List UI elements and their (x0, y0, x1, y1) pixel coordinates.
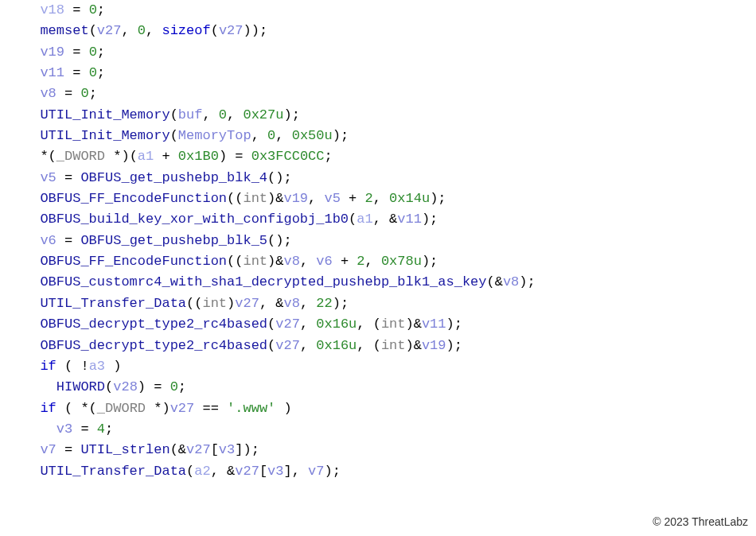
code-token (24, 65, 40, 80)
code-token: , (365, 254, 381, 269)
code-token: sizeof (162, 23, 210, 38)
code-token: OBFUS_build_key_xor_with_configobj_1b0 (40, 212, 349, 227)
code-token: v3 (57, 421, 72, 437)
code-token: , (251, 128, 267, 143)
code-token: memset (40, 23, 88, 38)
code-token: 0x50u (292, 128, 333, 143)
code-token: OBFUS_FF_EncodeFunction (40, 191, 227, 206)
code-token: UTIL_Transfer_Data (40, 464, 186, 479)
code-token: v27 (235, 464, 259, 479)
code-token: 0x3FCC0CC (251, 149, 325, 164)
decompiler-code-view: v18 = 0; memset(v27, 0, sizeof(v27)); v1… (0, 0, 756, 482)
code-token: , (300, 338, 316, 353)
code-token: int (381, 317, 406, 332)
code-token: *( (24, 149, 57, 164)
code-token: ( (267, 317, 275, 332)
code-token: )( (121, 149, 137, 164)
code-token: 0 (89, 45, 97, 60)
code-token: 2 (365, 191, 373, 206)
code-token: , (300, 317, 316, 332)
code-line: v8 = 0; (24, 84, 756, 104)
code-token: a2 (194, 464, 210, 479)
code-token: * (154, 401, 162, 416)
code-token: 0 (138, 23, 146, 38)
code-token: ( (211, 23, 219, 38)
code-token: ); (422, 254, 438, 269)
code-token: a3 (89, 359, 105, 374)
code-token (24, 86, 40, 101)
code-token: 0 (80, 86, 88, 101)
code-token: a1 (138, 149, 154, 164)
code-token: ); (333, 296, 349, 311)
code-token: 0x1B0 (178, 149, 219, 164)
code-line: OBFUS_customrc4_with_sha1_decrypted_push… (24, 272, 756, 293)
code-token: (); (267, 170, 292, 185)
code-token (24, 296, 40, 311)
code-line: if ( !a3 ) (24, 356, 756, 377)
code-token: UTIL_strlen (80, 442, 170, 457)
code-token: ( (267, 338, 275, 353)
code-token: 0 (89, 65, 97, 80)
watermark-label: © 2023 ThreatLabz (653, 514, 748, 531)
code-token: int (243, 254, 267, 269)
code-token: UTIL_Transfer_Data (40, 296, 186, 311)
code-line: *(_DWORD *)(a1 + 0x1B0) = 0x3FCC0CC; (24, 146, 756, 167)
code-token: ( (186, 464, 194, 479)
code-token: = (64, 65, 89, 80)
code-token: ( (170, 107, 178, 122)
code-token: v18 (40, 2, 64, 17)
code-token (24, 191, 40, 206)
code-token (24, 401, 40, 416)
code-token: ; (97, 2, 105, 17)
code-token: 2 (357, 254, 364, 269)
code-token: ) (162, 401, 170, 416)
code-token: ]); (235, 442, 259, 457)
code-line: if ( *(_DWORD *)v27 == '.www' ) (24, 398, 756, 419)
code-token: = (57, 442, 81, 457)
code-line: v5 = OBFUS_get_pushebp_blk_4(); (24, 168, 756, 188)
code-token: UTIL_Init_Memory (40, 107, 170, 122)
code-token: [ (211, 442, 219, 457)
code-token: * (113, 149, 121, 164)
code-token: _DWORD (97, 401, 154, 416)
code-line: OBFUS_decrypt_type2_rc4based(v27, 0x16u,… (24, 336, 756, 356)
code-token (24, 379, 57, 394)
code-token: ; (178, 379, 186, 394)
code-token: ( (105, 379, 113, 394)
code-token: + (341, 191, 365, 206)
code-token: v3 (219, 442, 235, 457)
code-line: UTIL_Transfer_Data((int)v27, &v8, 22); (24, 293, 756, 314)
code-line: v19 = 0; (24, 42, 756, 63)
code-token: (); (267, 233, 292, 248)
code-token: _DWORD (57, 149, 113, 164)
code-token: ); (283, 107, 299, 122)
code-token: ); (422, 212, 438, 227)
code-token: v19 (283, 191, 308, 206)
code-token: = (64, 45, 89, 60)
code-token: 0 (170, 379, 178, 394)
code-token: , (202, 107, 218, 122)
code-token: )& (406, 317, 422, 332)
code-token: , (308, 191, 324, 206)
code-token: ; (89, 86, 97, 101)
code-token: v27 (97, 23, 122, 38)
code-token: ; (97, 65, 105, 80)
code-token: v5 (324, 191, 340, 206)
code-token: [ (259, 464, 267, 479)
code-token: )& (267, 191, 283, 206)
code-line: OBFUS_FF_EncodeFunction((int)&v19, v5 + … (24, 188, 756, 209)
code-line: OBFUS_decrypt_type2_rc4based(v27, 0x16u,… (24, 314, 756, 335)
code-line: UTIL_Transfer_Data(a2, &v27[v3], v7); (24, 461, 756, 482)
code-token (24, 254, 40, 269)
code-token (24, 338, 40, 353)
code-line: v7 = UTIL_strlen(&v27[v3]); (24, 440, 756, 460)
code-token: ) (105, 359, 121, 374)
code-token: 0x27u (243, 107, 283, 122)
code-token: '.www' (227, 401, 275, 416)
code-token: v8 (503, 274, 519, 289)
code-token: v8 (283, 254, 299, 269)
code-token: )); (243, 23, 267, 38)
code-token: OBFUS_decrypt_type2_rc4based (40, 338, 267, 353)
code-token: ( (170, 128, 178, 143)
code-token: MemoryTop (178, 128, 251, 143)
